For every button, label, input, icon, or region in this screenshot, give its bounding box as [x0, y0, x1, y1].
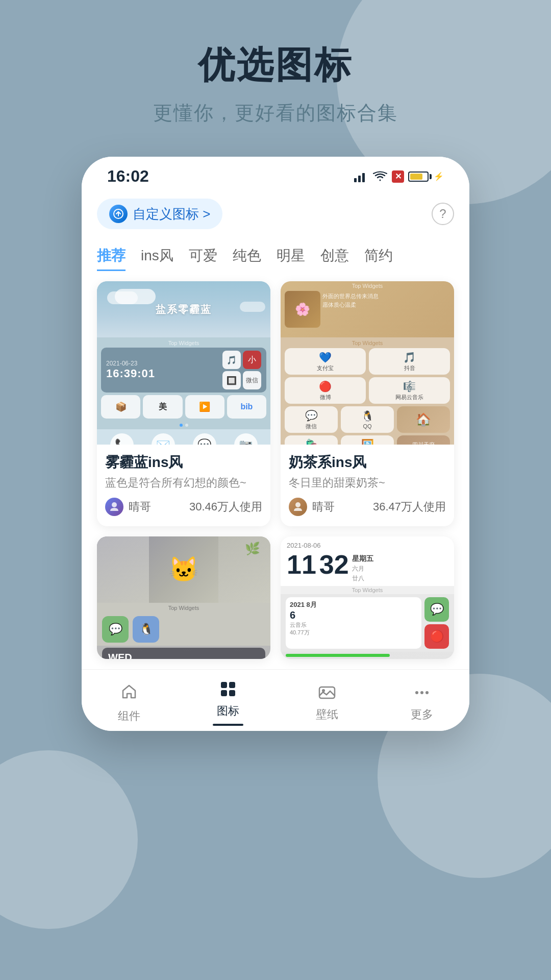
cards-grid: 👑 盐系零霾蓝 — [97, 281, 454, 659]
svg-point-4 — [112, 502, 117, 507]
svg-rect-9 — [229, 690, 235, 696]
custom-icon-dot — [109, 205, 128, 223]
svg-rect-1 — [358, 176, 361, 182]
nav-widgets[interactable]: 组件 — [108, 682, 151, 724]
battery-icon: ⚡ — [408, 172, 444, 182]
page-title: 优选图标 — [198, 41, 353, 90]
card-1-preview: 👑 盐系零霾蓝 — [97, 281, 270, 445]
status-icons: ✕ ⚡ — [354, 170, 444, 183]
card-2-info: 奶茶系ins风 冬日里的甜栗奶茶~ 晴哥 36.47万人使用 — [281, 445, 454, 526]
svg-rect-8 — [221, 690, 227, 696]
svg-point-11 — [322, 689, 325, 692]
card-2-avatar — [289, 498, 307, 516]
page-subtitle: 更懂你，更好看的图标合集 — [153, 100, 398, 126]
card-2-count: 36.47万人使用 — [373, 499, 446, 514]
image-icon — [318, 683, 336, 704]
dots-icon — [413, 683, 431, 704]
card-1-author-name: 晴哥 — [129, 499, 151, 514]
svg-rect-2 — [362, 173, 365, 182]
card-2-desc: 冬日里的甜栗奶茶~ — [289, 475, 446, 491]
nav-icons-label: 图标 — [217, 703, 239, 719]
card-1-info: 雾霾蓝ins风 蓝色是符合所有幻想的颜色~ 晴哥 30.46万人使用 — [97, 445, 270, 526]
tab-cute[interactable]: 可爱 — [189, 242, 217, 271]
bottom-nav: 组件 图标 — [82, 669, 469, 731]
signal-icon — [354, 171, 368, 182]
card-4-partial[interactable]: 2021-08-06 11 32 星期五 六月 廿八 — [281, 536, 454, 659]
bolt-icon: ⚡ — [434, 172, 444, 181]
nav-icons[interactable]: 图标 — [203, 680, 254, 726]
svg-point-5 — [295, 502, 300, 507]
status-bar: 16:02 ✕ — [82, 157, 469, 191]
tab-solid[interactable]: 纯色 — [233, 242, 261, 271]
nav-more-label: 更多 — [411, 707, 433, 722]
custom-icon-label: 自定义图标 > — [133, 205, 210, 223]
svg-point-12 — [415, 691, 418, 694]
custom-icon-button[interactable]: 自定义图标 > — [97, 199, 222, 229]
card-3-partial[interactable]: 🐱 🌿 Top Widgets 💬 🐧 — [97, 536, 270, 659]
app-content: 自定义图标 > ? 推荐 ins风 可爱 纯色 明星 创意 简约 — [82, 199, 469, 669]
card-2-author-name: 晴哥 — [312, 499, 335, 514]
tabs-bar: 推荐 ins风 可爱 纯色 明星 创意 简约 — [97, 242, 454, 271]
card-misty-blue[interactable]: 👑 盐系零霾蓝 — [97, 281, 270, 526]
tab-creative[interactable]: 创意 — [320, 242, 349, 271]
svg-rect-6 — [221, 682, 227, 688]
wifi-icon — [372, 171, 388, 182]
grid-icon — [219, 680, 237, 700]
nav-indicator — [213, 724, 243, 726]
card-2-preview: Top Widgets 🌸 外面的世界总传来消息愿体质心温柔 — [281, 281, 454, 445]
help-button[interactable]: ? — [432, 203, 454, 225]
svg-rect-0 — [354, 178, 357, 182]
nav-more[interactable]: 更多 — [400, 683, 443, 722]
status-time: 16:02 — [107, 167, 149, 186]
house-icon — [120, 682, 138, 705]
card-1-desc: 蓝色是符合所有幻想的颜色~ — [105, 475, 262, 491]
tab-simple[interactable]: 简约 — [364, 242, 393, 271]
nav-wallpaper[interactable]: 壁纸 — [306, 683, 348, 722]
card-2-author: 晴哥 36.47万人使用 — [289, 498, 446, 516]
svg-rect-7 — [229, 682, 235, 688]
tab-ins[interactable]: ins风 — [141, 242, 173, 271]
svg-point-14 — [425, 691, 429, 694]
card-1-avatar — [105, 498, 123, 516]
x-status-icon: ✕ — [392, 170, 404, 183]
tab-star[interactable]: 明星 — [277, 242, 305, 271]
card-1-author: 晴哥 30.46万人使用 — [105, 498, 262, 516]
nav-wallpaper-label: 壁纸 — [316, 707, 338, 722]
card-milk-tea[interactable]: Top Widgets 🌸 外面的世界总传来消息愿体质心温柔 — [281, 281, 454, 526]
card-1-title: 雾霾蓝ins风 — [105, 453, 262, 472]
tab-recommend[interactable]: 推荐 — [97, 242, 126, 271]
card-1-count: 30.46万人使用 — [189, 499, 262, 514]
svg-point-13 — [420, 691, 423, 694]
phone-frame: 16:02 ✕ — [82, 157, 469, 731]
nav-widgets-label: 组件 — [118, 708, 140, 724]
custom-icon-bar: 自定义图标 > ? — [97, 199, 454, 229]
card-2-title: 奶茶系ins风 — [289, 453, 446, 472]
